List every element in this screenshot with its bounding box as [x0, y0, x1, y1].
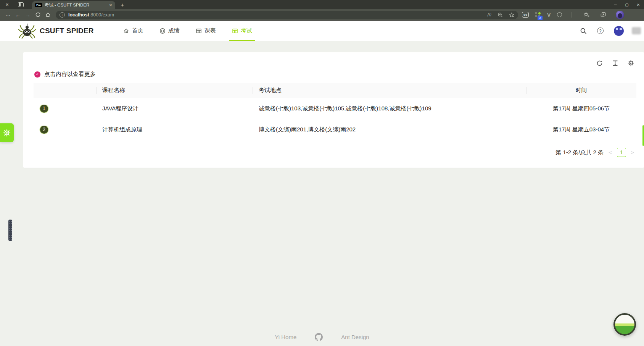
- add-favorite-icon[interactable]: [509, 12, 514, 18]
- floating-action-button[interactable]: [613, 313, 636, 336]
- extension-mask-icon[interactable]: oo: [522, 12, 529, 18]
- nav-item-exams[interactable]: 考试: [224, 21, 260, 41]
- theme-settings-button[interactable]: [0, 123, 14, 142]
- tab-title: 考试 - CSUFT SPIDER: [45, 2, 107, 8]
- brand-title: CSUFT SPIDER: [40, 27, 94, 35]
- col-header-course: 课程名称: [96, 87, 253, 94]
- table-icon: [196, 28, 202, 34]
- smile-icon: [159, 28, 166, 34]
- browser-tab-bar: ✕ Pro 考试 - CSUFT SPIDER ✕ + ─ ▢ ✕: [0, 0, 644, 9]
- reload-table-icon[interactable]: [596, 60, 603, 66]
- zoom-in-icon[interactable]: [497, 12, 503, 18]
- cell-course[interactable]: 计算机组成原理: [96, 126, 253, 133]
- browser-menu-icon[interactable]: ⋯: [3, 12, 13, 18]
- table-tip: ✓ 点击内容以查看更多: [34, 71, 636, 78]
- url-host: localhost: [68, 12, 89, 18]
- tip-text: 点击内容以查看更多: [44, 71, 96, 78]
- home-icon: [123, 28, 129, 34]
- forward-icon[interactable]: →: [23, 12, 33, 18]
- main-nav: 首页 成绩 课表 考试: [115, 21, 260, 41]
- nav-item-timetable[interactable]: 课表: [188, 21, 224, 41]
- close-sidebar-icon[interactable]: ✕: [5, 2, 9, 7]
- app-header: CSUFT SPIDER 首页 成绩 课表 考试: [0, 21, 644, 41]
- exam-card: ✓ 点击内容以查看更多 课程名称 考试地点 时间 1 JAVA程序设计 诚意楼(…: [23, 52, 644, 168]
- gear-icon: [3, 129, 11, 137]
- col-header-time: 时间: [526, 87, 636, 94]
- nav-label: 考试: [241, 27, 252, 34]
- chevron-left-icon[interactable]: <: [609, 149, 612, 155]
- read-aloud-icon[interactable]: A): [487, 12, 491, 18]
- page-footer: Yi Home Ant Design © 2022 Yilin设计出品: [0, 333, 644, 346]
- footer-links: Yi Home Ant Design: [275, 333, 369, 341]
- table-header-row: 课程名称 考试地点 时间: [34, 83, 636, 98]
- window-maximize-button[interactable]: ▢: [621, 0, 633, 9]
- exam-table: 课程名称 考试地点 时间 1 JAVA程序设计 诚意楼(七教)103,诚意楼(七…: [34, 83, 636, 140]
- search-icon[interactable]: [580, 27, 587, 34]
- screenshot-root: { "glyphs": { "close": "✕", "minimize": …: [0, 0, 644, 346]
- extension-grid-icon[interactable]: 3: [535, 12, 541, 18]
- header-actions: ?: [580, 26, 644, 36]
- favorites-bar-icon[interactable]: [581, 12, 591, 18]
- tab-favicon: Pro: [35, 3, 42, 7]
- url-path: :8000/exam: [89, 12, 114, 18]
- brand[interactable]: CSUFT SPIDER: [18, 23, 94, 39]
- index-badge: 1: [40, 105, 48, 113]
- address-bar[interactable]: i localhost:8000/exam A): [56, 11, 518, 19]
- vue-devtools-icon[interactable]: V: [547, 12, 551, 18]
- page-number-button[interactable]: 1: [617, 148, 626, 157]
- browser-toolbar: ⋯ ← → i localhost:8000/exam A) oo 3 V: [0, 9, 644, 21]
- url-text: localhost:8000/exam: [68, 12, 114, 18]
- back-icon[interactable]: ←: [13, 12, 23, 18]
- pagination: 第 1-2 条/总共 2 条 < 1 >: [34, 148, 636, 157]
- tab-workspaces-icon[interactable]: [18, 2, 24, 7]
- cell-time[interactable]: 第17周 星期五03-04节: [526, 126, 636, 133]
- reload-page-icon[interactable]: [33, 12, 43, 18]
- home-icon[interactable]: [43, 12, 53, 18]
- help-icon[interactable]: ?: [597, 27, 604, 34]
- footer-link-home[interactable]: Yi Home: [275, 334, 296, 340]
- browser-profile-avatar[interactable]: [616, 11, 624, 19]
- pagination-summary: 第 1-2 条/总共 2 条: [555, 149, 604, 156]
- toolbar-divider: [572, 12, 572, 18]
- window-controls: ─ ▢ ✕: [610, 0, 644, 9]
- table-row[interactable]: 1 JAVA程序设计 诚意楼(七教)103,诚意楼(七教)105,诚意楼(七教)…: [34, 98, 636, 119]
- extensions-area: oo 3 V: [522, 11, 624, 19]
- column-settings-icon[interactable]: [628, 60, 634, 66]
- cell-course[interactable]: JAVA程序设计: [96, 105, 253, 112]
- window-close-button[interactable]: ✕: [633, 0, 644, 9]
- cell-location[interactable]: 博文楼(文综)南201,博文楼(文综)南202: [253, 126, 526, 133]
- spider-logo-icon: [18, 23, 36, 39]
- chevron-right-icon[interactable]: >: [631, 149, 634, 155]
- cell-location[interactable]: 诚意楼(七教)103,诚意楼(七教)105,诚意楼(七教)108,诚意楼(七教)…: [253, 105, 526, 112]
- footer-link-ant-design[interactable]: Ant Design: [341, 334, 369, 340]
- extension-drag-handle[interactable]: [8, 220, 12, 241]
- address-bar-actions: A): [487, 12, 514, 18]
- check-circle-icon: ✓: [34, 71, 40, 78]
- extension-badge: 3: [538, 16, 543, 20]
- density-icon[interactable]: [612, 60, 618, 66]
- collections-icon[interactable]: [598, 12, 608, 18]
- user-avatar[interactable]: [614, 26, 624, 36]
- nav-item-grades[interactable]: 成绩: [151, 21, 188, 41]
- table-row[interactable]: 2 计算机组成原理 博文楼(文综)南201,博文楼(文综)南202 第17周 星…: [34, 119, 636, 140]
- nav-item-home[interactable]: 首页: [115, 21, 151, 41]
- cell-time[interactable]: 第17周 星期四05-06节: [526, 105, 636, 112]
- extension-ring-icon[interactable]: [557, 12, 562, 17]
- window-minimize-button[interactable]: ─: [610, 0, 621, 9]
- page-content: ✓ 点击内容以查看更多 课程名称 考试地点 时间 1 JAVA程序设计 诚意楼(…: [0, 52, 644, 346]
- table-icon: [232, 28, 238, 34]
- index-badge: 2: [40, 126, 48, 134]
- right-edge-drawer-strip[interactable]: [642, 125, 644, 146]
- nav-label: 成绩: [168, 27, 180, 34]
- github-icon[interactable]: [315, 333, 323, 341]
- redacted-username: [632, 27, 641, 34]
- new-tab-button[interactable]: +: [121, 2, 124, 8]
- nav-label: 首页: [132, 27, 143, 34]
- col-header-location: 考试地点: [253, 87, 526, 94]
- site-info-icon[interactable]: i: [60, 12, 65, 18]
- nav-label: 课表: [204, 27, 216, 34]
- browser-tab-active[interactable]: Pro 考试 - CSUFT SPIDER ✕: [32, 1, 115, 9]
- table-toolbar: [34, 58, 636, 68]
- tab-close-icon[interactable]: ✕: [109, 3, 112, 7]
